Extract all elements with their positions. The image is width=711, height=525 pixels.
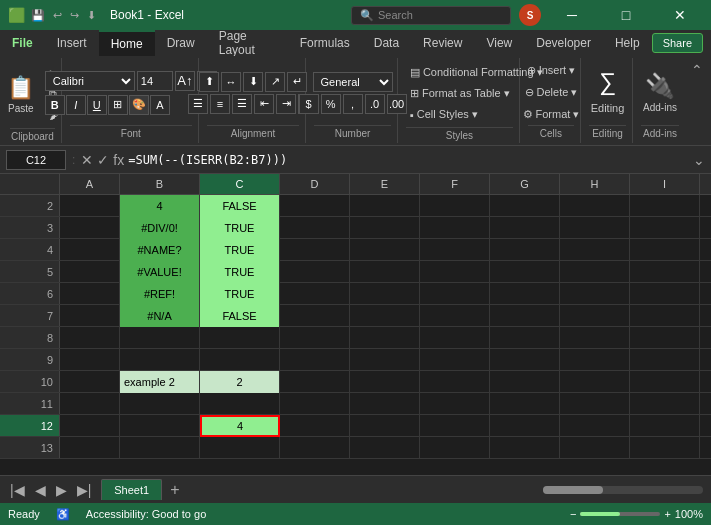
cell-c11[interactable] [200, 393, 280, 415]
cell-a9[interactable] [60, 349, 120, 371]
cell-i11[interactable] [630, 393, 700, 415]
cell-f3[interactable] [420, 217, 490, 239]
cell-a12[interactable] [60, 415, 120, 437]
cell-f10[interactable] [420, 371, 490, 393]
cell-e11[interactable] [350, 393, 420, 415]
cell-h13[interactable] [560, 437, 630, 459]
row-header-3[interactable]: 3 [0, 217, 60, 238]
underline-button[interactable]: U [87, 95, 107, 115]
cell-g7[interactable] [490, 305, 560, 327]
conditional-formatting-button[interactable]: ▤ Conditional Formatting ▾ [406, 63, 513, 83]
cell-d2[interactable] [280, 195, 350, 217]
row-header-13[interactable]: 13 [0, 437, 60, 458]
italic-button[interactable]: I [66, 95, 86, 115]
formula-cancel-icon[interactable]: ✕ [81, 152, 93, 168]
cell-d8[interactable] [280, 327, 350, 349]
align-middle-button[interactable]: ↔ [221, 72, 241, 92]
cell-f5[interactable] [420, 261, 490, 283]
cell-h7[interactable] [560, 305, 630, 327]
cell-b7[interactable]: #N/A [120, 305, 200, 327]
cell-c10[interactable]: 2 [200, 371, 280, 393]
align-left-button[interactable]: ☰ [188, 94, 208, 114]
cell-c2[interactable]: FALSE [200, 195, 280, 217]
align-right-button[interactable]: ☰ [232, 94, 252, 114]
sheet-nav-prev[interactable]: ◀ [31, 480, 50, 500]
tab-file[interactable]: File [0, 30, 45, 56]
cell-styles-button[interactable]: ▪ Cell Styles ▾ [406, 105, 513, 125]
orientation-button[interactable]: ↗ [265, 72, 285, 92]
row-header-6[interactable]: 6 [0, 283, 60, 304]
currency-button[interactable]: $ [299, 94, 319, 114]
cell-f13[interactable] [420, 437, 490, 459]
row-header-8[interactable]: 8 [0, 327, 60, 348]
font-size-input[interactable] [137, 71, 173, 91]
indent-increase[interactable]: ⇥ [276, 94, 296, 114]
share-button[interactable]: Share [652, 33, 703, 53]
cell-h9[interactable] [560, 349, 630, 371]
sheet-nav-first[interactable]: |◀ [6, 480, 29, 500]
bold-button[interactable]: B [45, 95, 65, 115]
cell-b5[interactable]: #VALUE! [120, 261, 200, 283]
col-header-c[interactable]: C [200, 174, 280, 194]
cell-a7[interactable] [60, 305, 120, 327]
cell-g6[interactable] [490, 283, 560, 305]
cell-a2[interactable] [60, 195, 120, 217]
formula-confirm-icon[interactable]: ✓ [97, 152, 109, 168]
close-button[interactable]: ✕ [657, 0, 703, 30]
cell-b13[interactable] [120, 437, 200, 459]
cell-a5[interactable] [60, 261, 120, 283]
cell-g5[interactable] [490, 261, 560, 283]
cell-i10[interactable] [630, 371, 700, 393]
cell-a4[interactable] [60, 239, 120, 261]
cell-b11[interactable] [120, 393, 200, 415]
cell-h4[interactable] [560, 239, 630, 261]
col-header-i[interactable]: I [630, 174, 700, 194]
cell-f4[interactable] [420, 239, 490, 261]
cell-h2[interactable] [560, 195, 630, 217]
indent-decrease[interactable]: ⇤ [254, 94, 274, 114]
comma-button[interactable]: , [343, 94, 363, 114]
cell-a3[interactable] [60, 217, 120, 239]
cell-g10[interactable] [490, 371, 560, 393]
cell-e5[interactable] [350, 261, 420, 283]
cell-e12[interactable] [350, 415, 420, 437]
cell-b9[interactable] [120, 349, 200, 371]
cell-b4[interactable]: #NAME? [120, 239, 200, 261]
cell-g8[interactable] [490, 327, 560, 349]
cell-reference-input[interactable] [6, 150, 66, 170]
cell-g9[interactable] [490, 349, 560, 371]
format-as-table-button[interactable]: ⊞ Format as Table ▾ [406, 84, 513, 104]
cell-d12[interactable] [280, 415, 350, 437]
sheet-tab-sheet1[interactable]: Sheet1 [101, 479, 162, 500]
cell-f9[interactable] [420, 349, 490, 371]
delete-cells-button[interactable]: ⊖ Delete ▾ [521, 83, 582, 103]
percent-button[interactable]: % [321, 94, 341, 114]
sheet-nav-next[interactable]: ▶ [52, 480, 71, 500]
cell-h11[interactable] [560, 393, 630, 415]
cell-h12[interactable] [560, 415, 630, 437]
row-header-4[interactable]: 4 [0, 239, 60, 260]
cell-d5[interactable] [280, 261, 350, 283]
tab-draw[interactable]: Draw [155, 30, 207, 56]
align-bottom-button[interactable]: ⬇ [243, 72, 263, 92]
insert-cells-button[interactable]: ⊕ Insert ▾ [523, 61, 580, 81]
cell-a11[interactable] [60, 393, 120, 415]
cell-d11[interactable] [280, 393, 350, 415]
horizontal-scrollbar[interactable] [543, 486, 703, 494]
cell-i7[interactable] [630, 305, 700, 327]
border-button[interactable]: ⊞ [108, 95, 128, 115]
formula-bar-expand[interactable]: ⌄ [693, 152, 705, 168]
cell-c12[interactable]: 4 [200, 415, 280, 437]
search-box[interactable]: 🔍 Search [351, 6, 511, 25]
collapse-ribbon-button[interactable]: ⌃ [691, 62, 703, 78]
quick-access-undo[interactable]: ↩ [53, 9, 62, 22]
cell-d10[interactable] [280, 371, 350, 393]
cell-c4[interactable]: TRUE [200, 239, 280, 261]
col-header-g[interactable]: G [490, 174, 560, 194]
col-header-a[interactable]: A [60, 174, 120, 194]
tab-insert[interactable]: Insert [45, 30, 99, 56]
cell-e7[interactable] [350, 305, 420, 327]
cell-i6[interactable] [630, 283, 700, 305]
format-cells-button[interactable]: ⚙ Format ▾ [519, 105, 584, 125]
cell-b3[interactable]: #DIV/0! [120, 217, 200, 239]
